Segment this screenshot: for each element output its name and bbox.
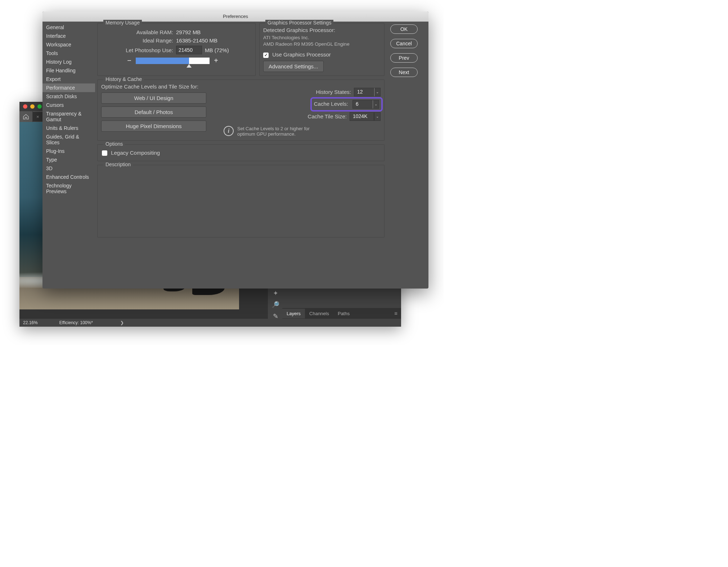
sidebar-item-guides[interactable]: Guides, Grid & Slices [42,132,95,147]
sidebar-item-plugins[interactable]: Plug-Ins [42,147,95,155]
ps-use-input[interactable] [176,46,202,54]
chevron-down-icon[interactable]: ⌄ [374,112,381,121]
gpu-vendor: ATI Technologies Inc. [263,35,381,41]
optimize-label: Optimize Cache Levels and Tile Size for: [101,83,209,90]
cache-levels-select[interactable]: 6 ⌄ [352,100,379,109]
tool-icons: ✦ 🔎 ✎ [270,287,281,322]
sidebar-item-type[interactable]: Type [42,155,95,164]
sidebar-item-transparency[interactable]: Transparency & Gamut [42,109,95,124]
memory-legend: Memory Usage [103,20,142,26]
sidebar-item-interface[interactable]: Interface [42,32,95,40]
sidebar-item-3d[interactable]: 3D [42,164,95,173]
home-icon[interactable] [19,111,33,122]
prev-button[interactable]: Prev [390,53,418,63]
slider-plus-icon[interactable]: + [212,56,220,65]
sidebar-item-general[interactable]: General [42,23,95,32]
legacy-compositing-checkbox[interactable] [102,150,107,156]
gpu-legend: Graphics Processor Settings [265,20,333,26]
history-cache-group: History & Cache Optimize Cache Levels an… [97,80,385,141]
next-button[interactable]: Next [390,68,418,77]
close-tab-icon[interactable]: × [36,114,39,119]
chevron-down-icon[interactable]: ⌄ [374,88,381,96]
preset-default-button[interactable]: Default / Photos [101,106,206,118]
hand-icon[interactable]: ✦ [270,287,281,299]
status-bar: 22.16% Efficiency: 100%* ❯ [19,319,401,327]
ideal-range-label: Ideal Range: [101,37,176,44]
memory-usage-group: Memory Usage Available RAM: 29792 MB Ide… [97,23,256,76]
close-dot[interactable] [23,104,27,109]
sidebar-item-workspace[interactable]: Workspace [42,40,95,49]
dialog-title: Preferences [42,12,428,22]
ps-use-suffix: MB (72%) [205,47,229,53]
options-legend: Options [103,141,125,147]
cancel-button[interactable]: Cancel [390,39,418,48]
sidebar-item-enhanced[interactable]: Enhanced Controls [42,173,95,181]
chevron-down-icon[interactable]: ⌄ [373,100,379,109]
preset-web-button[interactable]: Web / UI Design [101,92,206,104]
sidebar-item-cursors[interactable]: Cursors [42,101,95,109]
use-gpu-label: Use Graphics Processor [272,51,331,58]
panel-tab-paths[interactable]: Paths [333,309,354,318]
cache-levels-value[interactable]: 6 [352,100,373,109]
description-legend: Description [103,162,133,167]
options-group: Options Legacy Compositing [97,144,385,162]
available-ram-label: Available RAM: [101,29,176,35]
panel-tab-layers[interactable]: Layers [282,309,305,318]
ps-use-label: Let Photoshop Use: [101,47,176,53]
use-gpu-checkbox[interactable] [263,53,269,58]
dialog-buttons: OK Cancel Prev Next [387,22,428,289]
cache-levels-label: Cache Levels: [314,101,348,107]
history-states-value[interactable]: 12 [354,88,374,96]
panel-tab-channels[interactable]: Channels [305,309,333,318]
cache-tile-value[interactable]: 1024K [350,112,374,121]
cache-levels-highlight: Cache Levels: 6 ⌄ [313,99,381,109]
history-legend: History & Cache [103,76,144,82]
ideal-range-value: 16385-21450 MB [176,37,217,44]
slider-minus-icon[interactable]: − [126,56,133,65]
zoom-level[interactable]: 22.16% [23,320,38,325]
panel-tabs: Layers Channels Paths [282,308,401,319]
preset-huge-button[interactable]: Huge Pixel Dimensions [101,121,206,132]
min-dot[interactable] [30,104,35,109]
sidebar-item-performance[interactable]: Performance [42,83,95,92]
panel-menu-icon[interactable]: ≡ [394,310,397,316]
advanced-settings-button[interactable]: Advanced Settings... [263,61,324,72]
pref-sidebar: General Interface Workspace Tools Histor… [42,22,95,289]
gpu-detected-label: Detected Graphics Processor: [263,27,381,33]
history-states-select[interactable]: 12 ⌄ [354,88,381,96]
zoom-icon[interactable]: 🔎 [270,299,281,310]
ok-button[interactable]: OK [390,24,418,34]
memory-slider[interactable] [136,58,210,64]
description-group: Description [97,165,385,237]
sidebar-item-export[interactable]: Export [42,75,95,83]
cache-info-text: Set Cache Levels to 2 or higher for opti… [237,126,316,137]
pref-content: Memory Usage Available RAM: 29792 MB Ide… [95,22,387,289]
legacy-compositing-label: Legacy Compositing [111,150,160,156]
max-dot[interactable] [37,104,42,109]
info-icon: i [224,126,234,136]
efficiency: Efficiency: 100%* [59,320,93,325]
cache-tile-select[interactable]: 1024K ⌄ [350,112,381,121]
sidebar-item-filehandling[interactable]: File Handling [42,66,95,75]
history-states-label: History States: [316,89,351,95]
available-ram-value: 29792 MB [176,29,201,35]
sidebar-item-tools[interactable]: Tools [42,49,95,58]
sidebar-item-tech[interactable]: Technology Previews [42,181,95,196]
gpu-model: AMD Radeon R9 M395 OpenGL Engine [263,41,381,47]
slider-thumb-icon[interactable] [187,64,192,68]
sidebar-item-historylog[interactable]: History Log [42,58,95,66]
gpu-settings-group: Graphics Processor Settings Detected Gra… [259,23,385,76]
sidebar-item-scratch[interactable]: Scratch Disks [42,92,95,101]
sidebar-item-units[interactable]: Units & Rulers [42,124,95,132]
preferences-dialog: Preferences General Interface Workspace … [42,12,428,289]
cache-tile-label: Cache Tile Size: [308,113,347,119]
status-chevron-icon[interactable]: ❯ [120,320,124,325]
